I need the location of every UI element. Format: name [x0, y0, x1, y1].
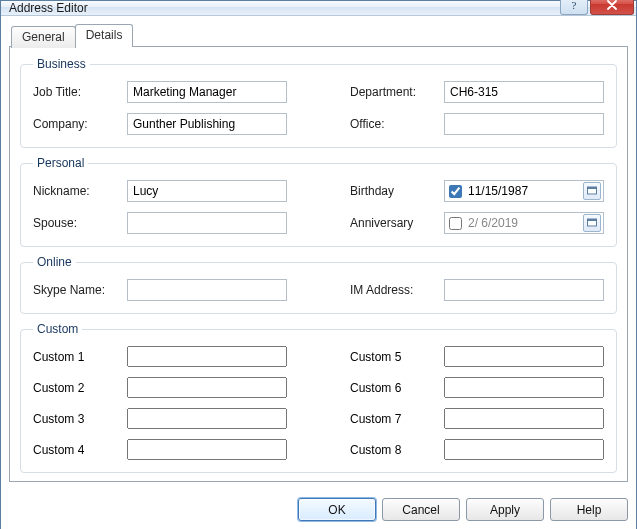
custom-8-label: Custom 8: [350, 443, 436, 457]
svg-rect-4: [588, 219, 597, 221]
group-personal-legend: Personal: [33, 156, 88, 170]
custom-5-input[interactable]: [444, 346, 604, 367]
tabstrip: General Details: [9, 24, 628, 47]
anniversary-label: Anniversary: [350, 216, 436, 230]
birthday-checkbox[interactable]: [449, 185, 462, 198]
group-custom: Custom Custom 1 Custom 5 Custom 2 Custom…: [20, 322, 617, 473]
anniversary-value: 2/ 6/2019: [468, 216, 577, 230]
anniversary-field[interactable]: 2/ 6/2019: [444, 212, 604, 234]
skype-input[interactable]: [127, 279, 287, 301]
department-label: Department:: [350, 85, 436, 99]
tab-details[interactable]: Details: [75, 24, 134, 47]
anniversary-checkbox[interactable]: [449, 217, 462, 230]
nickname-label: Nickname:: [33, 184, 119, 198]
custom-4-input[interactable]: [127, 439, 287, 460]
titlebar: Address Editor ?: [1, 1, 636, 16]
cancel-button[interactable]: Cancel: [382, 498, 460, 521]
birthday-label: Birthday: [350, 184, 436, 198]
client-area: General Details Business Job Title: Depa…: [1, 16, 636, 490]
nickname-input[interactable]: [127, 180, 287, 202]
tab-general[interactable]: General: [11, 26, 76, 48]
custom-1-input[interactable]: [127, 346, 287, 367]
spouse-label: Spouse:: [33, 216, 119, 230]
skype-label: Skype Name:: [33, 283, 119, 297]
company-input[interactable]: [127, 113, 287, 135]
help-icon: ?: [569, 0, 579, 11]
anniversary-dropdown[interactable]: [583, 214, 601, 232]
custom-1-label: Custom 1: [33, 350, 119, 364]
help-button[interactable]: ?: [560, 0, 588, 15]
group-business-legend: Business: [33, 57, 90, 71]
office-label: Office:: [350, 117, 436, 131]
tab-body-details: Business Job Title: Department: Company:…: [9, 46, 628, 482]
birthday-dropdown[interactable]: [583, 182, 601, 200]
ok-button[interactable]: OK: [298, 498, 376, 521]
svg-text:?: ?: [572, 0, 577, 11]
apply-button[interactable]: Apply: [466, 498, 544, 521]
custom-6-label: Custom 6: [350, 381, 436, 395]
window-title: Address Editor: [9, 1, 560, 15]
close-icon: [606, 0, 618, 10]
group-online: Online Skype Name: IM Address:: [20, 255, 617, 314]
custom-4-label: Custom 4: [33, 443, 119, 457]
titlebar-buttons: ?: [560, 0, 634, 15]
custom-8-input[interactable]: [444, 439, 604, 460]
group-custom-legend: Custom: [33, 322, 82, 336]
svg-rect-2: [588, 187, 597, 189]
custom-6-input[interactable]: [444, 377, 604, 398]
office-input[interactable]: [444, 113, 604, 135]
custom-7-label: Custom 7: [350, 412, 436, 426]
help-button-bottom[interactable]: Help: [550, 498, 628, 521]
company-label: Company:: [33, 117, 119, 131]
custom-3-label: Custom 3: [33, 412, 119, 426]
button-bar: OK Cancel Apply Help: [1, 490, 636, 529]
calendar-dropdown-icon: [586, 217, 598, 229]
job-title-label: Job Title:: [33, 85, 119, 99]
job-title-input[interactable]: [127, 81, 287, 103]
dialog-window: Address Editor ? General Details Busines…: [0, 0, 637, 529]
group-online-legend: Online: [33, 255, 76, 269]
custom-7-input[interactable]: [444, 408, 604, 429]
im-label: IM Address:: [350, 283, 436, 297]
close-button[interactable]: [590, 0, 634, 15]
group-personal: Personal Nickname: Birthday 11/15/1987 S…: [20, 156, 617, 247]
spouse-input[interactable]: [127, 212, 287, 234]
custom-5-label: Custom 5: [350, 350, 436, 364]
birthday-value: 11/15/1987: [468, 184, 577, 198]
im-input[interactable]: [444, 279, 604, 301]
department-input[interactable]: [444, 81, 604, 103]
calendar-dropdown-icon: [586, 185, 598, 197]
birthday-field[interactable]: 11/15/1987: [444, 180, 604, 202]
custom-3-input[interactable]: [127, 408, 287, 429]
group-business: Business Job Title: Department: Company:…: [20, 57, 617, 148]
custom-2-input[interactable]: [127, 377, 287, 398]
custom-2-label: Custom 2: [33, 381, 119, 395]
